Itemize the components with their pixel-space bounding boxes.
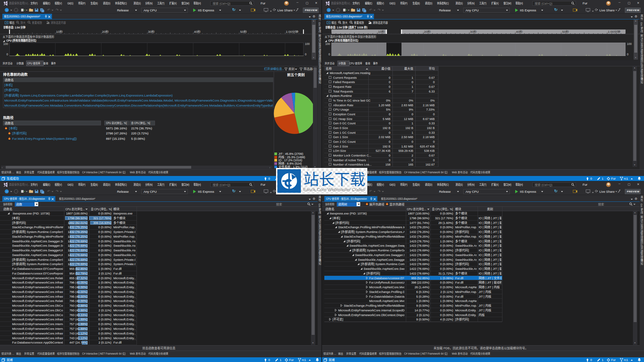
svg-text:20秒: 20秒: [102, 30, 109, 34]
svg-text:50秒: 50秒: [562, 30, 569, 34]
svg-text:1:00分钟: 1:00分钟: [608, 30, 621, 34]
svg-text:10秒: 10秒: [378, 30, 385, 34]
svg-text:1:00分钟: 1:00分钟: [286, 30, 299, 34]
svg-text:50秒: 50秒: [240, 30, 247, 34]
svg-text:30秒: 30秒: [470, 30, 477, 34]
svg-text:30秒: 30秒: [148, 30, 155, 34]
svg-text:20秒: 20秒: [424, 30, 431, 34]
svg-text:40秒: 40秒: [194, 30, 201, 34]
svg-text:10秒: 10秒: [56, 30, 63, 34]
svg-text:40秒: 40秒: [516, 30, 523, 34]
